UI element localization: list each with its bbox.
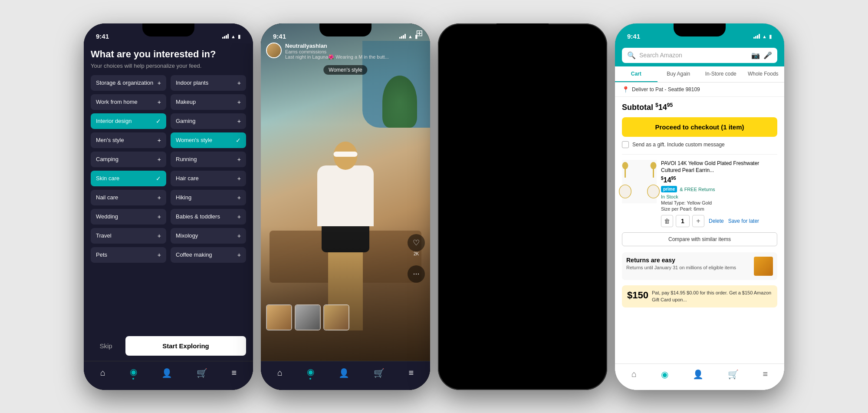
category-pill-icon: + (237, 232, 241, 239)
p4-search-bar[interactable]: 🔍 Search Amazon 📷 🎤 (622, 48, 777, 63)
nav-menu-1[interactable]: ≡ (228, 366, 240, 380)
p4-nav: ⌂ ◉ 👤 🛒 ≡ (615, 363, 784, 390)
category-pill[interactable]: Running+ (171, 152, 246, 167)
compare-button-4[interactable]: Compare with similar items (622, 232, 777, 246)
like-count: 2K (414, 251, 419, 256)
p2-thumb-2[interactable] (295, 304, 321, 330)
category-pill[interactable]: Coffee making+ (171, 247, 246, 263)
category-pill[interactable]: Camping+ (91, 152, 166, 167)
category-pill-text: Hair care (176, 175, 199, 182)
nav-cart-4[interactable]: 🛒 (724, 367, 742, 381)
category-pill[interactable]: Men's style+ (91, 132, 166, 148)
nav-inspire-4[interactable]: ◉ (658, 367, 672, 381)
notch-4 (674, 23, 726, 36)
checkout-button[interactable]: Proceed to checkout (1 item) (622, 117, 777, 137)
start-exploring-button[interactable]: Start Exploring (125, 336, 246, 356)
nav-home-4[interactable]: ⌂ (628, 367, 640, 381)
category-pill[interactable]: Storage & organization+ (91, 75, 166, 91)
signal-1 (222, 34, 229, 39)
p2-thumb-1[interactable] (266, 304, 292, 330)
category-pill-icon: + (237, 251, 241, 258)
mic-icon-4[interactable]: 🎤 (763, 51, 772, 59)
qty-delete-4[interactable]: 🗑 (661, 215, 673, 227)
p2-user-row: Neutrallyashlan Earns commissions Last n… (266, 43, 425, 60)
category-pill[interactable]: Work from home+ (91, 94, 166, 110)
search-input-4[interactable]: Search Amazon (639, 52, 748, 59)
category-pill-text: Indoor plants (176, 79, 208, 86)
category-pill[interactable]: Pets+ (91, 247, 166, 263)
nav-cart-1[interactable]: 🛒 (193, 366, 211, 380)
category-pill-icon: + (158, 99, 161, 106)
inspire-icon-2: ◉ (307, 367, 314, 377)
search-icon-4: 🔍 (627, 51, 636, 59)
category-pill-icon: + (237, 156, 241, 163)
p2-thumb-3[interactable] (323, 304, 349, 330)
cart-icon-4: 🛒 (728, 369, 739, 380)
camera-icon-4[interactable]: 📷 (751, 51, 760, 59)
nav-profile-4[interactable]: 👤 (689, 367, 707, 381)
battery-1: ▮ (238, 33, 241, 40)
nav-profile-2[interactable]: 👤 (335, 366, 353, 380)
save-later-link-4[interactable]: Save for later (728, 218, 759, 224)
qty-row-4: 🗑 1 + Delete Save for later (661, 215, 777, 227)
category-pill-text: Mixology (176, 232, 198, 239)
nav-inspire-2[interactable]: ◉ (303, 365, 318, 381)
p1-content: What are you interested in? Your choices… (84, 43, 253, 331)
profile-icon-1: 👤 (161, 368, 172, 378)
inspire-icon-1: ◉ (130, 367, 137, 377)
category-pill[interactable]: Babies & toddlers+ (171, 209, 246, 225)
gift-checkbox[interactable] (622, 141, 629, 148)
p2-tag[interactable]: Women's style (323, 65, 367, 75)
nav-menu-4[interactable]: ≡ (759, 367, 771, 381)
category-pill[interactable]: Skin care✓ (91, 171, 166, 186)
p2-thumbnails (266, 304, 349, 330)
category-pill-icon: ✓ (156, 175, 161, 182)
nav-home-1[interactable]: ⌂ (97, 366, 109, 380)
category-pill[interactable]: Travel+ (91, 228, 166, 244)
category-pill[interactable]: Makeup+ (171, 94, 246, 110)
category-pill[interactable]: Mixology+ (171, 228, 246, 244)
category-pill[interactable]: Hair care+ (171, 171, 246, 186)
svg-point-13 (648, 185, 660, 198)
p2-right-actions: ♡ 2K ··· (408, 234, 425, 283)
nav-home-2[interactable]: ⌂ (274, 366, 286, 380)
p2-like-button[interactable]: ♡ 2K (408, 234, 425, 251)
nav-cart-2[interactable]: 🛒 (370, 366, 388, 380)
category-pill[interactable]: Gaming+ (171, 113, 246, 129)
tab-instore[interactable]: In-Store code (700, 66, 742, 82)
category-pill[interactable]: Wedding+ (91, 209, 166, 225)
p1-categories: Storage & organization+Work from home+In… (91, 75, 246, 263)
p1-subtitle: Your choices will help personalize your … (91, 63, 246, 69)
p2-username: Neutrallyashlan (285, 43, 425, 49)
more-icon-2: ··· (413, 269, 419, 278)
svg-point-10 (619, 185, 631, 198)
category-pill[interactable]: Nail care+ (91, 190, 166, 205)
cart-icon-1: 🛒 (197, 368, 207, 378)
category-pill[interactable]: Indoor plants+ (171, 75, 246, 91)
qty-plus-4[interactable]: + (692, 215, 704, 227)
phone-1: 9:41 ▲ ▮ What are you interested in? You… (84, 23, 253, 390)
p2-more-button[interactable]: ··· (408, 265, 425, 283)
nav-profile-1[interactable]: 👤 (158, 366, 176, 380)
category-pill-text: Travel (96, 232, 112, 239)
profile-icon-2: 👤 (339, 368, 349, 378)
p2-earns: Earns commissions (285, 49, 425, 54)
category-pill-text: Wedding (96, 213, 118, 220)
cart-item-4: PAVOI 14K Yellow Gold Plated Freshwater … (622, 160, 777, 228)
tab-whole-foods[interactable]: Whole Foods (742, 66, 785, 82)
tab-cart[interactable]: Cart (615, 66, 658, 82)
tab-buy-again[interactable]: Buy Again (658, 66, 700, 82)
nav-inspire-1[interactable]: ◉ (126, 365, 141, 381)
category-pill[interactable]: Women's style✓ (171, 132, 246, 148)
nav-menu-2[interactable]: ≡ (405, 366, 417, 380)
wifi-1: ▲ (231, 34, 236, 39)
category-pill[interactable]: Interior design✓ (91, 113, 166, 129)
category-pill-icon: + (158, 156, 161, 163)
inspire-icon-4: ◉ (661, 369, 668, 380)
category-pill[interactable]: Hiking+ (171, 190, 246, 205)
p2-feed: Inspire ⊞ Neutrallyashlan Earns commissi… (261, 23, 430, 361)
home-icon-1: ⌂ (100, 368, 105, 378)
delete-link-4[interactable]: Delete (709, 218, 724, 224)
returns-title-4: Returns are easy (626, 257, 750, 264)
skip-button[interactable]: Skip (91, 336, 121, 356)
